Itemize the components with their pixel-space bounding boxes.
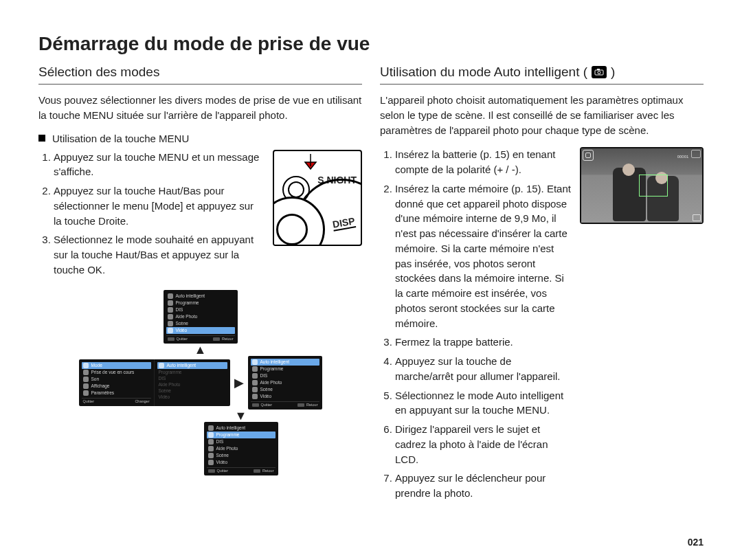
left-step-2: Appuyez sur la touche Haut/Bas pour séle… (54, 183, 263, 228)
lcd-preview: 00001 (580, 147, 704, 224)
footer-quit: Quitter (168, 337, 188, 341)
frame-counter: 00001 (677, 155, 689, 159)
screen-menu-a: Auto intelligent Programme DIS Aide Phot… (164, 290, 238, 344)
right-step-3: Fermez la trappe batterie. (395, 335, 572, 350)
right-step-6: Dirigez l'appareil vers le sujet et cadr… (395, 422, 572, 467)
menu-item: DIS (216, 439, 224, 444)
right-step-1: Insérez la batterie (p. 15) en tenant co… (395, 147, 572, 177)
menu-screens-flow: Auto intelligent Programme DIS Aide Phot… (38, 290, 362, 475)
menu-item: Aide Photo (260, 380, 282, 385)
lcd-topbar: 00001 (583, 150, 701, 159)
menu-usage-label: Utilisation de la touche MENU (52, 133, 189, 144)
menu-item: Vidéo (260, 394, 272, 399)
footer-back: Retour (254, 469, 274, 473)
left-steps-1-3: Appuyez sur la touche MENU et un message… (38, 150, 263, 278)
menu-usage-subhead: Utilisation de la touche MENU (38, 133, 362, 144)
menu-item: DIS (176, 307, 183, 312)
heading-text: Utilisation du mode Auto intelligent ( (380, 65, 587, 80)
right-step-5: Sélectionnez le mode Auto intelligent en… (395, 388, 572, 418)
intro-right: L'appareil photo choisit automatiquement… (380, 93, 704, 137)
menu-item-selected: Mode (91, 363, 102, 368)
subheading-auto-intelligent: Utilisation du mode Auto intelligent ( ) (380, 65, 704, 80)
menu-item: Programme (260, 366, 284, 371)
left-step-3: Sélectionnez le mode souhaité en appuyan… (54, 232, 263, 277)
down-arrow-icon (302, 154, 319, 175)
footer-quit: Quitter (83, 399, 95, 403)
left-column: Sélection des modes Vous pouvez sélectio… (38, 65, 362, 505)
menu-item: Scène (176, 321, 188, 326)
right-column: Utilisation du mode Auto intelligent ( )… (380, 65, 704, 505)
square-bullet-icon (38, 135, 45, 142)
menu-item: Auto intelligent (216, 425, 246, 430)
footer-back: Retour (297, 403, 318, 407)
smart-auto-mode-icon (592, 66, 607, 78)
menu-item: Aide Photo (159, 382, 181, 387)
menu-item: Aide Photo (176, 314, 198, 319)
screen-mode-menu: Mode Prise de vue en cours Son Affichage… (79, 359, 230, 406)
menu-item-selected: Auto intelligent (167, 363, 196, 368)
menu-item: Aide Photo (216, 446, 238, 451)
menu-item-selected: Programme (216, 432, 240, 437)
menu-item: DIS (260, 373, 268, 378)
rule (380, 84, 704, 85)
menu-item: Vidéo (216, 460, 228, 464)
menu-item: Programme (159, 370, 182, 374)
focus-frame-icon (639, 175, 668, 197)
footer-back: Retour (213, 337, 234, 341)
screen-menu-c: Auto intelligent Programme DIS Aide Phot… (204, 422, 278, 475)
right-arrow-icon: ▶ (234, 377, 244, 389)
svg-rect-1 (597, 69, 600, 70)
up-arrow-icon: ▲ (194, 344, 207, 356)
left-step-1: Appuyez sur la touche MENU et un message… (54, 150, 263, 180)
svg-point-2 (598, 71, 600, 74)
menu-item: Vidéo (159, 394, 170, 399)
camera-back-diagram: S.NIGHT DISP (273, 150, 362, 246)
right-step-7: Appuyez sur le déclencheur pour prendre … (395, 471, 572, 501)
lcd-bottom-icons (693, 214, 701, 222)
page-title: Démarrage du mode de prise de vue (38, 33, 704, 55)
rule (38, 84, 362, 85)
menu-item-selected: Auto intelligent (260, 359, 290, 364)
footer-quit: Quitter (208, 469, 229, 473)
menu-item: Programme (176, 300, 199, 305)
page-number: 021 (688, 537, 704, 548)
menu-item: Scène (159, 388, 171, 393)
footer-change: Changer (135, 399, 149, 403)
manual-page: Démarrage du mode de prise de vue Sélect… (0, 0, 742, 560)
menu-item: Scène (216, 453, 229, 458)
right-step-2: Insérez la carte mémoire (p. 15). Etant … (395, 181, 572, 331)
menu-item: Affichage (91, 383, 110, 388)
screen-menu-b: Auto intelligent Programme DIS Aide Phot… (248, 356, 322, 410)
menu-item: Paramètres (91, 390, 115, 395)
menu-item-selected: Vidéo (176, 328, 188, 333)
right-steps: Insérez la batterie (p. 15) en tenant co… (380, 147, 572, 501)
footer-quit: Quitter (252, 403, 273, 407)
right-step-4: Appuyez sur la touche de marche/arrêt po… (395, 354, 572, 384)
menu-item: Scène (260, 387, 273, 392)
menu-item: Prise de vue en cours (91, 370, 135, 374)
menu-item: Son (91, 377, 100, 381)
menu-item: Auto intelligent (176, 293, 205, 298)
down-arrow-icon: ▼ (235, 410, 247, 422)
subheading-selection-modes: Sélection des modes (38, 65, 362, 80)
intro-left: Vous pouvez sélectionner les divers mode… (38, 93, 362, 123)
heading-text: ) (611, 65, 615, 80)
battery-icon (691, 150, 701, 158)
menu-item: DIS (159, 376, 166, 381)
card-icon (693, 214, 701, 221)
